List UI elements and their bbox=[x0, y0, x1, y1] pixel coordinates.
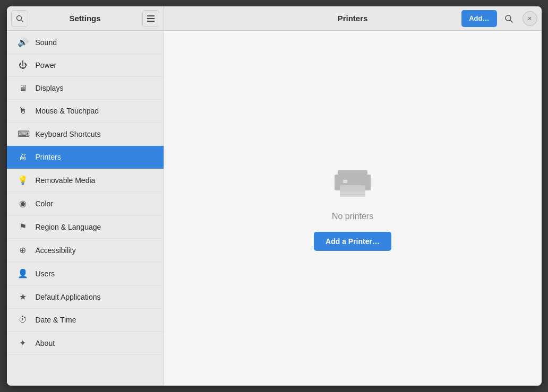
main-panel: No printers Add a Printer… bbox=[164, 31, 542, 386]
removable-media-icon: 💡 bbox=[18, 175, 28, 185]
sidebar-label-printers: Printers bbox=[36, 153, 61, 161]
sidebar: 🔊Sound⏻Power🖥Displays🖱Mouse & Touchpad⌨K… bbox=[7, 31, 164, 386]
sidebar-label-default-applications: Default Applications bbox=[36, 293, 101, 301]
sidebar-label-sound: Sound bbox=[36, 38, 57, 47]
sidebar-item-region-language[interactable]: ⚑Region & Language bbox=[7, 215, 164, 239]
region-language-icon: ⚑ bbox=[18, 222, 28, 232]
settings-title: Settings bbox=[31, 14, 139, 23]
search-button-right[interactable] bbox=[500, 10, 517, 27]
main-window: Settings Printers Add… × bbox=[7, 6, 542, 386]
sidebar-label-users: Users bbox=[36, 269, 55, 278]
sidebar-label-displays: Displays bbox=[36, 84, 64, 92]
sidebar-item-default-applications[interactable]: ★Default Applications bbox=[7, 285, 164, 309]
sidebar-label-date-time: Date & Time bbox=[36, 316, 76, 324]
titlebar-center: Printers Add… × bbox=[164, 14, 542, 23]
accessibility-icon: ⊕ bbox=[18, 245, 28, 255]
sidebar-label-color: Color bbox=[36, 199, 53, 208]
add-printer-header-button[interactable]: Add… bbox=[461, 10, 496, 27]
titlebar-actions: Add… × bbox=[461, 10, 537, 27]
sidebar-item-printers[interactable]: 🖨Printers bbox=[7, 146, 164, 169]
power-icon: ⏻ bbox=[18, 60, 28, 70]
sidebar-item-sound[interactable]: 🔊Sound bbox=[7, 31, 164, 54]
add-printer-button[interactable]: Add a Printer… bbox=[314, 232, 391, 251]
displays-icon: 🖥 bbox=[18, 83, 28, 93]
page-title: Printers bbox=[338, 14, 368, 23]
sidebar-item-color[interactable]: ◉Color bbox=[7, 192, 164, 215]
sidebar-item-power[interactable]: ⏻Power bbox=[7, 54, 164, 77]
svg-rect-9 bbox=[340, 195, 365, 197]
date-time-icon: ⏱ bbox=[18, 315, 28, 325]
sidebar-label-keyboard-shortcuts: Keyboard Shortcuts bbox=[36, 130, 101, 138]
sidebar-label-region-language: Region & Language bbox=[36, 223, 101, 231]
sidebar-item-users[interactable]: 👤Users bbox=[7, 262, 164, 285]
sidebar-item-keyboard-shortcuts[interactable]: ⌨Keyboard Shortcuts bbox=[7, 123, 164, 146]
svg-rect-7 bbox=[343, 180, 347, 183]
hamburger-icon bbox=[147, 15, 155, 22]
sidebar-label-accessibility: Accessibility bbox=[36, 246, 76, 255]
no-printers-label: No printers bbox=[332, 212, 373, 221]
keyboard-shortcuts-icon: ⌨ bbox=[18, 129, 28, 139]
sidebar-label-power: Power bbox=[36, 61, 57, 69]
svg-line-3 bbox=[510, 20, 512, 22]
sidebar-label-removable-media: Removable Media bbox=[36, 176, 96, 185]
svg-rect-8 bbox=[340, 191, 365, 194]
titlebar-left: Settings bbox=[7, 6, 164, 30]
users-icon: 👤 bbox=[18, 268, 28, 278]
menu-button[interactable] bbox=[142, 10, 159, 27]
sidebar-item-removable-media[interactable]: 💡Removable Media bbox=[7, 169, 164, 192]
sidebar-label-about: About bbox=[36, 339, 55, 347]
sidebar-item-mouse-touchpad[interactable]: 🖱Mouse & Touchpad bbox=[7, 100, 164, 123]
sidebar-label-mouse-touchpad: Mouse & Touchpad bbox=[36, 107, 99, 115]
close-button[interactable]: × bbox=[523, 11, 537, 26]
mouse-touchpad-icon: 🖱 bbox=[18, 106, 28, 116]
default-applications-icon: ★ bbox=[18, 292, 28, 302]
sidebar-item-displays[interactable]: 🖥Displays bbox=[7, 77, 164, 100]
color-icon: ◉ bbox=[18, 198, 28, 208]
search-button-left[interactable] bbox=[11, 10, 28, 27]
sidebar-item-accessibility[interactable]: ⊕Accessibility bbox=[7, 239, 164, 262]
about-icon: ✦ bbox=[18, 338, 28, 348]
printer-icon bbox=[331, 166, 374, 205]
content-area: 🔊Sound⏻Power🖥Displays🖱Mouse & Touchpad⌨K… bbox=[7, 31, 542, 386]
printers-icon: 🖨 bbox=[18, 152, 28, 162]
sidebar-item-about[interactable]: ✦About bbox=[7, 332, 164, 355]
svg-line-1 bbox=[21, 20, 23, 22]
sound-icon: 🔊 bbox=[18, 37, 28, 47]
sidebar-item-date-time[interactable]: ⏱Date & Time bbox=[7, 309, 164, 332]
titlebar: Settings Printers Add… × bbox=[7, 6, 542, 31]
svg-rect-4 bbox=[338, 170, 367, 175]
